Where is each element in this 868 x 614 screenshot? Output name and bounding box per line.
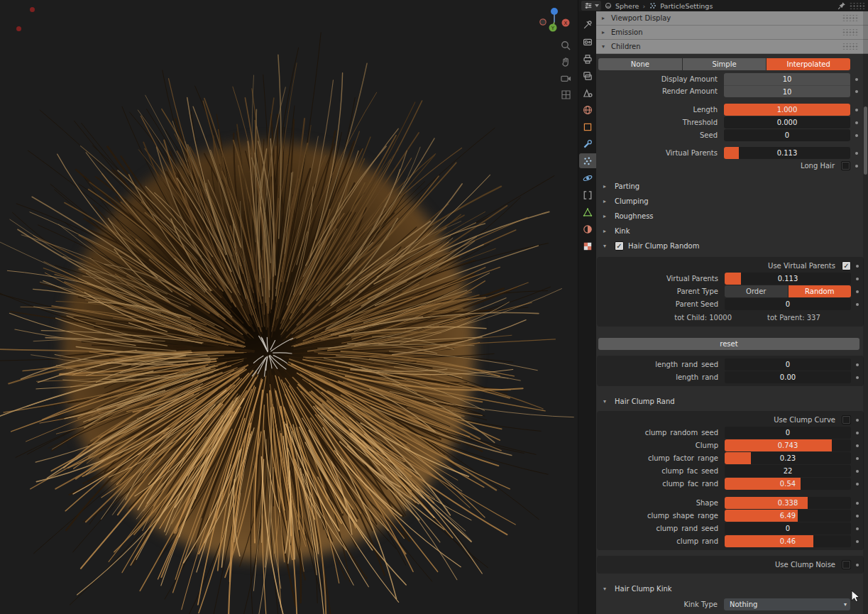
length-rand-field[interactable]: 0.00 [725, 371, 851, 383]
tab-tool[interactable] [579, 17, 596, 32]
animate-dot[interactable] [856, 419, 859, 422]
tab-render[interactable] [579, 34, 596, 49]
reset-button[interactable]: reset [598, 338, 859, 350]
navigation-gizmo[interactable]: Y X [537, 4, 571, 38]
animate-dot[interactable] [856, 502, 859, 505]
subpanel-kink[interactable]: ▸ Kink [596, 224, 868, 238]
clump-slider[interactable]: 0.743 [725, 439, 851, 451]
clump-random-seed-field[interactable]: 0 [725, 427, 851, 439]
header-grip[interactable] [850, 3, 865, 9]
tab-view-layer[interactable] [579, 68, 596, 83]
animate-dot[interactable] [856, 363, 859, 366]
mode-none-button[interactable]: None [598, 58, 682, 70]
tab-output[interactable] [579, 51, 596, 66]
clump-fac-rand-slider[interactable]: 0.54 [725, 478, 851, 490]
animate-dot[interactable] [856, 457, 859, 460]
subpanel-hair-clump-random[interactable]: ▾ ✓ Hair Clump Random [596, 239, 868, 253]
virtual-parents-slider[interactable]: 0.113 [724, 147, 850, 159]
mode-interpolated-button[interactable]: Interpolated [767, 58, 850, 70]
length-slider[interactable]: 1.000 [724, 104, 850, 116]
tab-scene[interactable] [579, 85, 596, 100]
seed-field[interactable]: 0 [724, 129, 850, 141]
animate-dot[interactable] [856, 564, 859, 566]
scrollbar-thumb[interactable] [864, 106, 867, 175]
z-axis-dot[interactable] [551, 8, 558, 15]
animate-dot[interactable] [855, 109, 858, 111]
parent-type-order-button[interactable]: Order [725, 285, 788, 297]
hair-clump-random-checkbox[interactable]: ✓ [615, 241, 624, 251]
tab-material[interactable] [579, 221, 596, 236]
clump-shape-range-slider[interactable]: 6.49 [725, 510, 851, 522]
use-clump-noise-checkbox[interactable] [842, 560, 851, 569]
animate-dot[interactable] [856, 432, 859, 434]
tab-constraints[interactable] [579, 187, 596, 202]
breadcrumb-object[interactable]: Sphere [615, 2, 639, 10]
pin-icon[interactable] [837, 1, 847, 11]
animate-dot[interactable] [856, 444, 859, 447]
parent-type-random-button[interactable]: Random [789, 285, 852, 297]
scrollbar[interactable] [863, 11, 868, 614]
camera-view-icon[interactable] [560, 72, 572, 84]
mode-simple-button[interactable]: Simple [683, 58, 767, 70]
length-rand-seed-field[interactable]: 0 [725, 358, 851, 371]
subpanel-roughness[interactable]: ▸ Roughness [596, 209, 868, 223]
animate-dot[interactable] [856, 483, 859, 486]
panel-grip[interactable] [842, 43, 858, 50]
animate-dot[interactable] [856, 527, 859, 530]
animate-dot[interactable] [856, 515, 859, 517]
render-amount-field[interactable]: 10 [724, 85, 850, 97]
tab-world[interactable] [579, 102, 596, 117]
panel-header-emission[interactable]: ▸ Emission [596, 26, 868, 40]
panel-grip[interactable] [842, 29, 858, 35]
animate-dot[interactable] [856, 278, 859, 280]
move-hand-icon[interactable] [560, 56, 572, 68]
tab-texture[interactable] [579, 239, 596, 253]
neg-x-axis-dot[interactable] [540, 19, 546, 25]
subpanel-parting[interactable]: ▸ Parting [596, 179, 868, 193]
use-virtual-parents-checkbox[interactable]: ✓ [842, 261, 851, 270]
viewport-3d[interactable]: Y X [0, 0, 578, 614]
tab-particles[interactable] [579, 153, 596, 168]
animate-dot[interactable] [856, 265, 859, 268]
subpanel-clumping[interactable]: ▸ Clumping [596, 194, 868, 208]
clump-fac-seed-field[interactable]: 22 [725, 465, 851, 477]
slider-fill [725, 535, 813, 547]
use-clump-curve-checkbox[interactable] [842, 415, 851, 424]
tab-physics[interactable] [579, 170, 596, 185]
kink-type-dropdown[interactable]: Nothing ▾ [724, 598, 850, 610]
subpanel-hair-clump-rand[interactable]: ▾ Hair Clump Rand [596, 394, 868, 408]
animate-dot[interactable] [856, 470, 859, 473]
clump-rand-seed-field[interactable]: 0 [725, 522, 851, 534]
animate-dot[interactable] [856, 303, 859, 306]
animate-dot[interactable] [855, 152, 858, 155]
animate-dot[interactable] [855, 121, 858, 124]
clump-factor-range-slider[interactable]: 0.23 [725, 452, 851, 464]
animate-dot[interactable] [855, 90, 858, 93]
subpanel-hair-clump-kink[interactable]: ▾ Hair Clump Kink [596, 581, 868, 596]
grid-toggle-icon[interactable] [560, 89, 572, 101]
panel-header-children[interactable]: ▾ Children [596, 40, 868, 54]
parent-seed-field[interactable]: 0 [725, 298, 851, 310]
panel-header-viewport-display[interactable]: ▸ Viewport Display [596, 11, 868, 26]
clump-rand-slider[interactable]: 0.46 [725, 535, 851, 547]
animate-dot[interactable] [856, 540, 859, 543]
properties-editor-header: Sphere › ParticleSettings [578, 0, 868, 11]
threshold-slider[interactable]: 0.000 [724, 116, 850, 128]
tab-object[interactable] [579, 119, 596, 134]
breadcrumb-settings[interactable]: ParticleSettings [660, 2, 713, 10]
editor-type-button[interactable] [581, 1, 601, 11]
field-label: Use Clump Noise [597, 561, 842, 569]
tab-object-data[interactable] [579, 204, 596, 219]
virtual-parents-slider-2[interactable]: 0.113 [725, 273, 851, 285]
shape-slider[interactable]: 0.338 [725, 497, 851, 509]
animate-dot[interactable] [855, 78, 858, 81]
animate-dot[interactable] [855, 134, 858, 137]
animate-dot[interactable] [856, 290, 859, 293]
long-hair-checkbox[interactable] [841, 161, 850, 170]
zoom-icon[interactable] [560, 40, 572, 52]
display-amount-field[interactable]: 10 [724, 73, 850, 85]
animate-dot[interactable] [856, 376, 859, 379]
tab-modifiers[interactable] [579, 136, 596, 151]
panel-grip[interactable] [842, 15, 858, 21]
animate-dot[interactable] [855, 165, 858, 168]
